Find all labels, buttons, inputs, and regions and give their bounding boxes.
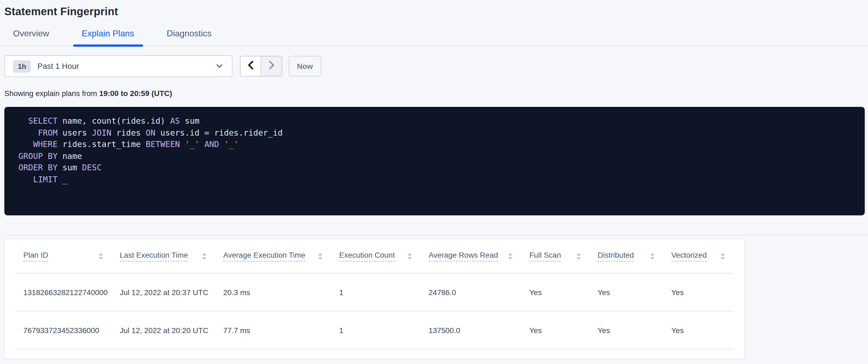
table-cell: Yes [663,326,734,334]
sort-arrows-icon[interactable] [721,253,725,259]
sort-arrows-icon[interactable] [407,253,412,259]
column-header-plan-id[interactable]: Plan ID [15,239,112,273]
time-pager [240,56,282,77]
chevron-down-icon [216,64,223,68]
table-cell: Jul 12, 2022 at 20:37 UTC [112,288,215,297]
next-time-button[interactable] [261,56,282,76]
table-cell: Jul 12, 2022 at 20:20 UTC [112,326,215,334]
sql-statement-text: SELECT name, count(rides.id) AS sum FROM… [19,116,854,186]
column-header-full-scan[interactable]: Full Scan [521,239,589,273]
table-header-row: Plan IDLast Execution TimeAverage Execut… [15,239,734,273]
tab-explain-plans[interactable]: Explain Plans [73,25,143,46]
now-button[interactable]: Now [289,56,321,77]
table-cell: Yes [521,288,589,297]
table-body: 13182663282122740000Jul 12, 2022 at 20:3… [15,273,734,349]
column-header-label: Average Rows Read [429,251,498,261]
table-cell: 767933723452336000 [15,326,112,334]
sql-statement-block: SELECT name, count(rides.id) AS sum FROM… [4,107,865,215]
sort-arrows-icon[interactable] [650,253,654,259]
table-cell: 1 [331,326,421,334]
sort-arrows-icon[interactable] [99,253,103,259]
time-range-dropdown[interactable]: 1h Past 1 Hour [4,55,232,77]
table-cell: Yes [589,326,663,334]
column-header-label: Full Scan [529,251,561,261]
column-header-distributed[interactable]: Distributed [589,239,663,273]
section-divider [3,235,868,235]
table-row: 767933723452336000Jul 12, 2022 at 20:20 … [15,311,734,349]
table-cell: 77.7 ms [215,326,331,334]
previous-time-button[interactable] [241,56,261,76]
column-header-label: Execution Count [339,251,395,261]
table-cell: Yes [521,326,589,334]
tab-bar: Overview Explain Plans Diagnostics [0,25,868,46]
table-cell: 137500.0 [421,326,521,334]
column-header-vectorized[interactable]: Vectorized [663,239,734,273]
column-header-average-execution-time[interactable]: Average Execution Time [215,239,331,273]
explain-plans-table-card: Plan IDLast Execution TimeAverage Execut… [4,239,744,359]
table-cell: Yes [663,288,734,297]
sort-arrows-icon[interactable] [508,253,513,259]
chevron-left-icon [248,61,254,72]
table-cell: 13182663282122740000 [15,288,112,297]
table-cell: 24786.0 [421,288,521,297]
table-cell: Yes [589,288,663,297]
column-header-last-execution-time[interactable]: Last Execution Time [112,239,215,273]
table-cell: 1 [331,288,421,297]
column-header-label: Vectorized [671,251,707,261]
column-header-label: Average Execution Time [223,251,305,261]
time-range-badge: 1h [13,60,31,73]
column-header-label: Last Execution Time [120,251,188,261]
sort-arrows-icon[interactable] [202,253,207,259]
page-title: Statement Fingerprint [0,0,868,18]
sort-arrows-icon[interactable] [577,253,581,259]
summary-time-range: 19:00 to 20:59 (UTC) [99,89,172,97]
time-range-label: Past 1 Hour [37,62,79,71]
column-header-execution-count[interactable]: Execution Count [331,239,421,273]
chevron-right-icon [269,61,274,72]
table-row: 13182663282122740000Jul 12, 2022 at 20:3… [15,273,734,311]
statement-fingerprint-page: Statement Fingerprint Overview Explain P… [0,0,868,364]
table-cell: 20.3 ms [215,288,331,297]
column-header-average-rows-read[interactable]: Average Rows Read [421,239,521,273]
tab-overview[interactable]: Overview [4,25,58,46]
sort-arrows-icon[interactable] [318,253,322,259]
tab-diagnostics[interactable]: Diagnostics [158,25,220,46]
summary-prefix: Showing explain plans from [4,89,99,97]
column-header-label: Plan ID [23,251,48,261]
time-controls: 1h Past 1 Hour Now [4,55,868,77]
column-header-label: Distributed [598,251,634,261]
explain-plans-summary: Showing explain plans from 19:00 to 20:5… [4,89,868,97]
